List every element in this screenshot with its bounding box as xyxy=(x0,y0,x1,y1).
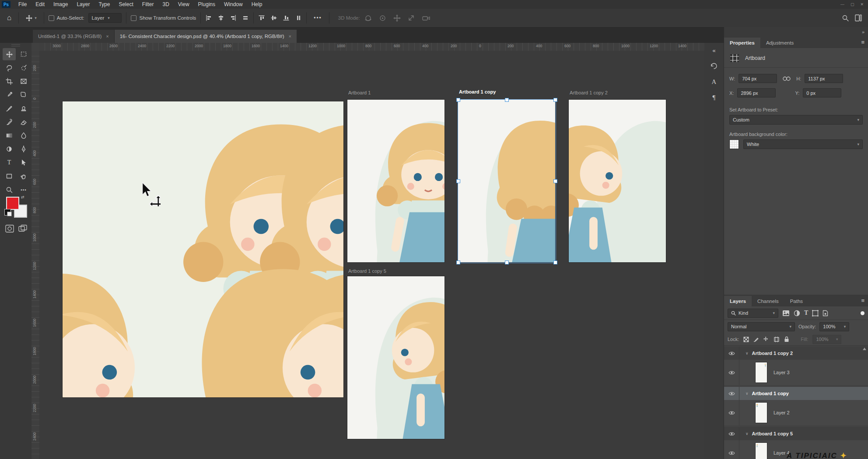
visibility-eye-icon[interactable] xyxy=(728,431,735,436)
tab-properties[interactable]: Properties xyxy=(724,38,760,48)
frame-tool[interactable] xyxy=(17,75,30,87)
current-tool-icon[interactable]: ▾ xyxy=(23,11,39,24)
layer-group-row[interactable]: ∨ Artboard 1 copy 2 xyxy=(724,347,868,360)
distribute-top-edges-icon[interactable] xyxy=(258,14,265,21)
menu-plugins[interactable]: Plugins xyxy=(194,0,220,9)
history-panel-icon[interactable] xyxy=(707,60,721,72)
type-layer-filter-icon[interactable]: T xyxy=(804,309,808,316)
lock-all-icon[interactable] xyxy=(784,336,789,342)
link-dimensions-icon[interactable] xyxy=(782,76,791,82)
healing-brush-tool[interactable] xyxy=(17,89,30,101)
menu-view[interactable]: View xyxy=(174,0,194,9)
path-selection-tool[interactable] xyxy=(17,156,30,169)
artboard-1-copy-5[interactable] xyxy=(347,276,444,439)
character-panel-icon[interactable]: A xyxy=(707,76,721,87)
selection-handle-s[interactable] xyxy=(505,261,509,264)
3d-pan-icon[interactable] xyxy=(393,14,401,22)
quick-mask-button[interactable] xyxy=(5,225,14,233)
pixel-layer-filter-icon[interactable] xyxy=(782,310,790,316)
artboard-label-1-copy-5[interactable]: Artboard 1 copy 5 xyxy=(348,268,386,274)
smart-object-filter-icon[interactable] xyxy=(822,310,828,316)
clone-stamp-tool[interactable] xyxy=(17,102,30,115)
minimize-icon[interactable]: — xyxy=(840,2,844,7)
artboard-1[interactable] xyxy=(347,100,444,262)
pasteboard[interactable]: Artboard 1 Artboard 1 copy Artboard 1 co… xyxy=(39,51,704,459)
3d-slide-icon[interactable] xyxy=(408,14,415,22)
blur-tool[interactable] xyxy=(17,129,30,142)
eyedropper-tool[interactable] xyxy=(3,89,16,101)
menu-type[interactable]: Type xyxy=(94,0,114,9)
quick-selection-tool[interactable] xyxy=(17,62,30,74)
home-button[interactable]: ⌂ xyxy=(4,11,14,24)
selection-handle-n[interactable] xyxy=(505,98,509,102)
tab-close-icon[interactable]: × xyxy=(289,34,291,39)
blend-mode-dropdown[interactable]: Normal▾ xyxy=(728,322,795,331)
brush-tool[interactable] xyxy=(3,102,16,115)
screen-mode-button[interactable] xyxy=(18,225,27,233)
distribute-vertical-centers-icon[interactable] xyxy=(270,14,277,21)
3d-camera-icon[interactable] xyxy=(422,15,430,21)
panel-menu-icon[interactable]: ≡ xyxy=(861,39,864,45)
lasso-tool[interactable] xyxy=(3,62,16,74)
chevron-down-icon[interactable]: ∨ xyxy=(746,431,749,436)
align-left-edges-icon[interactable] xyxy=(205,14,212,21)
hand-tool[interactable] xyxy=(17,170,30,182)
width-field[interactable]: 704 px xyxy=(738,74,777,83)
opacity-dropdown[interactable]: 100%▾ xyxy=(819,322,849,331)
paragraph-panel-icon[interactable]: ¶ xyxy=(707,92,721,103)
menu-window[interactable]: Window xyxy=(220,0,247,9)
menu-layer[interactable]: Layer xyxy=(72,0,94,9)
lock-pixels-icon[interactable] xyxy=(753,337,759,342)
layer-thumbnail[interactable] xyxy=(755,442,767,459)
menu-image[interactable]: Image xyxy=(49,0,72,9)
layer-group-row-selected[interactable]: ∨ Artboard 1 copy xyxy=(724,387,868,400)
edit-toolbar-button[interactable]: ••• xyxy=(17,184,30,196)
distribute-bottom-edges-icon[interactable] xyxy=(283,14,290,21)
toolbar-grip[interactable] xyxy=(11,44,20,46)
y-field[interactable]: 0 px xyxy=(803,88,841,97)
crop-tool[interactable] xyxy=(3,75,16,87)
lock-transparency-icon[interactable] xyxy=(743,337,749,342)
selection-handle-ne[interactable] xyxy=(553,98,557,102)
search-icon[interactable] xyxy=(842,14,849,21)
adjustment-layer-filter-icon[interactable] xyxy=(794,310,800,316)
tab-channels[interactable]: Channels xyxy=(752,296,784,306)
character-sheet-image[interactable] xyxy=(63,101,343,397)
distribute-horizontal-icon[interactable] xyxy=(295,14,302,21)
swap-colors-icon[interactable]: ⇄ xyxy=(21,195,24,199)
visibility-eye-icon[interactable] xyxy=(728,351,735,356)
chevron-down-icon[interactable]: ∨ xyxy=(746,351,749,355)
x-field[interactable]: 2896 px xyxy=(737,88,776,97)
visibility-eye-icon[interactable] xyxy=(728,391,735,396)
selection-handle-e[interactable] xyxy=(553,179,557,183)
panel-menu-icon[interactable]: ≡ xyxy=(861,297,864,304)
menu-edit[interactable]: Edit xyxy=(31,0,49,9)
history-brush-tool[interactable] xyxy=(3,116,16,128)
artboard-label-1-copy-2[interactable]: Artboard 1 copy 2 xyxy=(570,90,608,95)
move-tool[interactable] xyxy=(3,48,16,60)
horizontal-ruler[interactable]: 3000280026002400220020001800160014001200… xyxy=(39,43,704,51)
chevron-down-icon[interactable]: ∨ xyxy=(746,391,749,396)
layer-row[interactable]: Layer 2 xyxy=(724,400,868,425)
align-right-edges-icon[interactable] xyxy=(230,14,237,21)
menu-3d[interactable]: 3D xyxy=(158,0,173,9)
checkbox-icon[interactable] xyxy=(49,15,54,21)
selection-handle-w[interactable] xyxy=(456,179,460,183)
collapse-panels-icon[interactable]: » xyxy=(862,29,864,35)
tab-layers[interactable]: Layers xyxy=(724,296,752,306)
selection-handle-nw[interactable] xyxy=(456,98,460,102)
visibility-eye-icon[interactable] xyxy=(728,410,735,415)
document-tab-untitled[interactable]: Untitled-1 @ 33.3% (RGB/8) × xyxy=(33,30,115,43)
type-tool[interactable]: T xyxy=(3,156,16,169)
height-field[interactable]: 1137 px xyxy=(805,74,843,83)
3d-orbit-icon[interactable] xyxy=(364,14,372,22)
tab-adjustments[interactable]: Adjustments xyxy=(760,38,799,48)
align-center-icon[interactable] xyxy=(242,14,249,21)
checkbox-icon[interactable] xyxy=(131,15,136,21)
show-transform-controls-checkbox[interactable]: Show Transform Controls xyxy=(131,15,196,21)
close-icon[interactable]: ✕ xyxy=(860,2,864,7)
menu-file[interactable]: File xyxy=(14,0,31,9)
marquee-tool[interactable] xyxy=(17,48,30,60)
foreground-color-swatch[interactable] xyxy=(6,197,19,210)
align-horizontal-centers-icon[interactable] xyxy=(217,14,224,21)
